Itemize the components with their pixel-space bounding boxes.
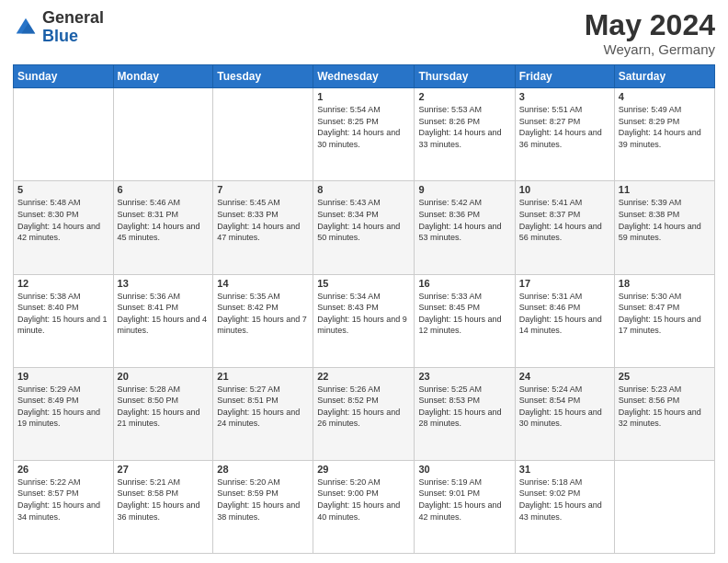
cell-text: Sunrise: 5:53 AMSunset: 8:26 PMDaylight:…	[418, 105, 501, 149]
calendar-cell: 23Sunrise: 5:25 AMSunset: 8:53 PMDayligh…	[415, 367, 515, 460]
day-number: 26	[17, 464, 109, 475]
logo-text: General Blue	[42, 9, 104, 46]
week-row-3: 19Sunrise: 5:29 AMSunset: 8:49 PMDayligh…	[14, 367, 715, 460]
day-number: 1	[317, 91, 410, 102]
header-row: Sunday Monday Tuesday Wednesday Thursday…	[14, 65, 715, 88]
day-number: 31	[519, 464, 610, 475]
calendar-cell: 12Sunrise: 5:38 AMSunset: 8:40 PMDayligh…	[14, 274, 114, 367]
calendar-cell	[113, 88, 213, 181]
week-row-0: 1Sunrise: 5:54 AMSunset: 8:25 PMDaylight…	[14, 88, 715, 181]
calendar-cell	[614, 460, 714, 553]
col-thursday: Thursday	[415, 65, 515, 88]
cell-text: Sunrise: 5:24 AMSunset: 8:54 PMDaylight:…	[519, 385, 602, 429]
cell-text: Sunrise: 5:18 AMSunset: 9:02 PMDaylight:…	[519, 477, 602, 522]
day-number: 28	[217, 464, 309, 475]
cell-text: Sunrise: 5:54 AMSunset: 8:25 PMDaylight:…	[317, 105, 400, 149]
calendar-cell: 7Sunrise: 5:45 AMSunset: 8:33 PMDaylight…	[213, 181, 313, 274]
calendar-cell: 25Sunrise: 5:23 AMSunset: 8:56 PMDayligh…	[614, 367, 714, 460]
calendar-cell: 8Sunrise: 5:43 AMSunset: 8:34 PMDaylight…	[313, 181, 415, 274]
cell-text: Sunrise: 5:22 AMSunset: 8:57 PMDaylight:…	[17, 477, 100, 522]
day-number: 30	[418, 464, 510, 475]
day-number: 29	[317, 464, 410, 475]
calendar-table: Sunday Monday Tuesday Wednesday Thursday…	[13, 64, 715, 554]
logo-blue: Blue	[42, 27, 78, 45]
calendar-cell: 13Sunrise: 5:36 AMSunset: 8:41 PMDayligh…	[113, 274, 213, 367]
logo: General Blue	[13, 9, 104, 46]
cell-text: Sunrise: 5:23 AMSunset: 8:56 PMDaylight:…	[619, 385, 701, 429]
week-row-4: 26Sunrise: 5:22 AMSunset: 8:57 PMDayligh…	[14, 460, 715, 553]
day-number: 21	[217, 371, 309, 382]
cell-text: Sunrise: 5:48 AMSunset: 8:30 PMDaylight:…	[17, 198, 100, 242]
day-number: 17	[519, 278, 610, 289]
cell-text: Sunrise: 5:42 AMSunset: 8:36 PMDaylight:…	[418, 198, 501, 242]
day-number: 6	[118, 184, 210, 195]
day-number: 4	[619, 91, 711, 102]
calendar-cell: 9Sunrise: 5:42 AMSunset: 8:36 PMDaylight…	[415, 181, 515, 274]
col-wednesday: Wednesday	[313, 65, 415, 88]
day-number: 14	[217, 278, 309, 289]
cell-text: Sunrise: 5:35 AMSunset: 8:42 PMDaylight:…	[217, 292, 307, 336]
calendar-cell: 3Sunrise: 5:51 AMSunset: 8:27 PMDaylight…	[515, 88, 614, 181]
cell-text: Sunrise: 5:20 AMSunset: 9:00 PMDaylight:…	[317, 477, 400, 522]
calendar-cell: 5Sunrise: 5:48 AMSunset: 8:30 PMDaylight…	[14, 181, 114, 274]
title-block: May 2024 Weyarn, Germany	[585, 9, 715, 57]
cell-text: Sunrise: 5:46 AMSunset: 8:31 PMDaylight:…	[118, 198, 200, 242]
day-number: 12	[17, 278, 109, 289]
cell-text: Sunrise: 5:27 AMSunset: 8:51 PMDaylight:…	[217, 385, 300, 429]
week-row-2: 12Sunrise: 5:38 AMSunset: 8:40 PMDayligh…	[14, 274, 715, 367]
day-number: 2	[418, 91, 510, 102]
day-number: 15	[317, 278, 410, 289]
day-number: 9	[418, 184, 510, 195]
day-number: 24	[519, 371, 610, 382]
calendar-cell: 1Sunrise: 5:54 AMSunset: 8:25 PMDaylight…	[313, 88, 415, 181]
cell-text: Sunrise: 5:25 AMSunset: 8:53 PMDaylight:…	[418, 385, 501, 429]
col-friday: Friday	[515, 65, 614, 88]
day-number: 7	[217, 184, 309, 195]
day-number: 8	[317, 184, 410, 195]
calendar-cell: 11Sunrise: 5:39 AMSunset: 8:38 PMDayligh…	[614, 181, 714, 274]
logo-general: General	[42, 8, 104, 27]
calendar-cell: 19Sunrise: 5:29 AMSunset: 8:49 PMDayligh…	[14, 367, 114, 460]
calendar-cell: 28Sunrise: 5:20 AMSunset: 8:59 PMDayligh…	[213, 460, 313, 553]
day-number: 25	[619, 371, 711, 382]
month-title: May 2024	[585, 9, 715, 41]
day-number: 27	[118, 464, 210, 475]
logo-icon	[13, 15, 39, 40]
calendar-cell: 10Sunrise: 5:41 AMSunset: 8:37 PMDayligh…	[515, 181, 614, 274]
cell-text: Sunrise: 5:41 AMSunset: 8:37 PMDaylight:…	[519, 198, 602, 242]
calendar-cell: 4Sunrise: 5:49 AMSunset: 8:29 PMDaylight…	[614, 88, 714, 181]
cell-text: Sunrise: 5:43 AMSunset: 8:34 PMDaylight:…	[317, 198, 400, 242]
week-row-1: 5Sunrise: 5:48 AMSunset: 8:30 PMDaylight…	[14, 181, 715, 274]
page: General Blue May 2024 Weyarn, Germany Su…	[0, 0, 728, 563]
calendar-cell: 16Sunrise: 5:33 AMSunset: 8:45 PMDayligh…	[415, 274, 515, 367]
cell-text: Sunrise: 5:29 AMSunset: 8:49 PMDaylight:…	[17, 385, 100, 429]
col-sunday: Sunday	[14, 65, 114, 88]
day-number: 18	[619, 278, 711, 289]
cell-text: Sunrise: 5:39 AMSunset: 8:38 PMDaylight:…	[619, 198, 701, 242]
calendar-cell: 17Sunrise: 5:31 AMSunset: 8:46 PMDayligh…	[515, 274, 614, 367]
day-number: 20	[118, 371, 210, 382]
day-number: 16	[418, 278, 510, 289]
cell-text: Sunrise: 5:51 AMSunset: 8:27 PMDaylight:…	[519, 105, 602, 149]
day-number: 11	[619, 184, 711, 195]
calendar-cell: 26Sunrise: 5:22 AMSunset: 8:57 PMDayligh…	[14, 460, 114, 553]
calendar-cell: 22Sunrise: 5:26 AMSunset: 8:52 PMDayligh…	[313, 367, 415, 460]
day-number: 13	[118, 278, 210, 289]
day-number: 5	[17, 184, 109, 195]
cell-text: Sunrise: 5:26 AMSunset: 8:52 PMDaylight:…	[317, 385, 400, 429]
cell-text: Sunrise: 5:31 AMSunset: 8:46 PMDaylight:…	[519, 292, 602, 336]
cell-text: Sunrise: 5:33 AMSunset: 8:45 PMDaylight:…	[418, 292, 501, 336]
cell-text: Sunrise: 5:19 AMSunset: 9:01 PMDaylight:…	[418, 477, 501, 522]
calendar-cell: 20Sunrise: 5:28 AMSunset: 8:50 PMDayligh…	[113, 367, 213, 460]
calendar-cell: 18Sunrise: 5:30 AMSunset: 8:47 PMDayligh…	[614, 274, 714, 367]
calendar-cell: 15Sunrise: 5:34 AMSunset: 8:43 PMDayligh…	[313, 274, 415, 367]
calendar-cell: 2Sunrise: 5:53 AMSunset: 8:26 PMDaylight…	[415, 88, 515, 181]
cell-text: Sunrise: 5:49 AMSunset: 8:29 PMDaylight:…	[619, 105, 701, 149]
day-number: 3	[519, 91, 610, 102]
cell-text: Sunrise: 5:34 AMSunset: 8:43 PMDaylight:…	[317, 292, 407, 336]
calendar-cell: 29Sunrise: 5:20 AMSunset: 9:00 PMDayligh…	[313, 460, 415, 553]
cell-text: Sunrise: 5:45 AMSunset: 8:33 PMDaylight:…	[217, 198, 300, 242]
day-number: 19	[17, 371, 109, 382]
day-number: 22	[317, 371, 410, 382]
calendar-cell: 31Sunrise: 5:18 AMSunset: 9:02 PMDayligh…	[515, 460, 614, 553]
